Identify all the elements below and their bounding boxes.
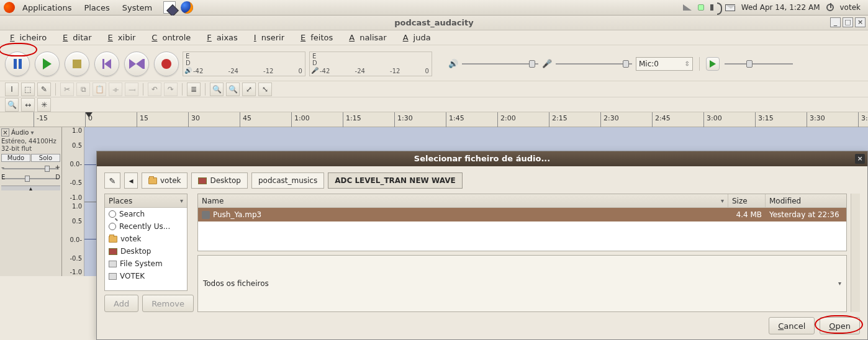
breadcrumb-podcast-musics[interactable]: podcast_musics: [251, 172, 324, 189]
input-volume-slider[interactable]: 🎤: [542, 59, 632, 68]
clock-icon: [109, 223, 116, 230]
file-list-scrollbar[interactable]: [851, 194, 860, 312]
redo-button[interactable]: ↷: [164, 83, 178, 96]
track-menu-chevron-icon[interactable]: ▾: [30, 129, 34, 136]
silence-button[interactable]: ⟞: [125, 83, 138, 96]
mute-button[interactable]: Mudo: [1, 154, 30, 162]
breadcrumb-current[interactable]: ADC LEVEL_TRAN NEW WAVE: [328, 172, 462, 189]
chevron-down-icon[interactable]: ▾: [180, 197, 183, 204]
track-close-button[interactable]: ×: [1, 128, 9, 136]
ubuntu-logo-icon[interactable]: [4, 2, 15, 13]
play-button[interactable]: [35, 51, 60, 76]
track-control-panel[interactable]: × Áudio ▾ Estéreo, 44100Hz 32-bit flut M…: [0, 127, 62, 276]
timeline-ruler[interactable]: -15 0 15 30 45 1:00 1:15 1:30 1:45 2:00 …: [0, 112, 868, 127]
power-icon[interactable]: [826, 4, 834, 11]
copy-button[interactable]: ⧉: [76, 83, 90, 96]
close-button[interactable]: ×: [855, 17, 866, 27]
draw-tool[interactable]: ✎: [37, 83, 51, 96]
gnome-menu-system[interactable]: System: [117, 2, 157, 14]
edit-path-button[interactable]: ✎: [104, 172, 120, 189]
file-open-dialog: Selecionar ficheiro de áudio... × ✎ ◂ vo…: [96, 151, 868, 340]
playback-speed-slider[interactable]: [725, 63, 793, 65]
file-list[interactable]: Push_Ya.mp3 4.4 MB Yesterday at 22:36: [198, 208, 846, 251]
solo-button[interactable]: Solo: [31, 154, 60, 162]
column-name-header[interactable]: Name▾: [198, 194, 728, 207]
menu-exibir[interactable]: Exibir: [103, 31, 146, 44]
tools-toolbar-2: 🔍 ↔ ✳: [0, 97, 868, 112]
track-gain-slider[interactable]: – +: [2, 166, 59, 172]
skip-end-button[interactable]: [124, 51, 149, 76]
place-search[interactable]: Search: [105, 208, 187, 220]
track-name[interactable]: Áudio: [11, 129, 29, 136]
add-bookmark-button[interactable]: Add: [104, 295, 138, 312]
file-row[interactable]: Push_Ya.mp3 4.4 MB Yesterday at 22:36: [198, 208, 846, 221]
output-volume-slider[interactable]: 🔊: [448, 59, 538, 68]
menu-efeitos[interactable]: Efeitos: [296, 31, 343, 44]
place-filesystem[interactable]: File System: [105, 257, 187, 270]
menu-analisar[interactable]: Analisar: [344, 31, 396, 44]
envelope-tool[interactable]: ⬚: [21, 83, 35, 96]
user-menu[interactable]: votek: [840, 3, 861, 12]
menu-inserir[interactable]: Inserir: [249, 31, 294, 44]
path-back-button[interactable]: ◂: [124, 172, 138, 189]
zoom-in-button[interactable]: 🔍: [210, 83, 224, 96]
undo-button[interactable]: ↶: [148, 83, 161, 96]
place-home[interactable]: votek: [105, 233, 187, 245]
clock-text[interactable]: Wed Apr 14, 1:22 AM: [741, 3, 820, 12]
gnome-menu-places[interactable]: Places: [79, 2, 114, 14]
zoom-out-button[interactable]: 🔍: [226, 83, 240, 96]
place-recent[interactable]: Recently Us...: [105, 220, 187, 233]
track-format: Estéreo, 44100Hz: [1, 138, 60, 145]
speaker-small-icon: 🔊: [448, 59, 458, 68]
breadcrumb-votek[interactable]: votek: [142, 172, 188, 189]
menu-faixas[interactable]: Faixas: [202, 31, 248, 44]
firefox-launcher-icon[interactable]: [181, 1, 193, 14]
paste-button[interactable]: 📋: [93, 83, 106, 96]
menu-ajuda[interactable]: Ajuda: [398, 31, 441, 44]
tray-indicator-icon[interactable]: [698, 4, 704, 11]
multi-tool[interactable]: ✳: [37, 98, 51, 112]
selection-tool[interactable]: I: [5, 83, 19, 96]
cut-button[interactable]: ✂: [60, 83, 74, 96]
file-type-filter[interactable]: Todos os ficheiros ▾: [197, 255, 847, 313]
record-meter[interactable]: E D 🎤 -42-24-120: [309, 51, 432, 76]
sync-lock-button[interactable]: ≣: [187, 83, 201, 96]
gedit-launcher-icon[interactable]: [163, 1, 176, 14]
places-header-label: Places: [109, 197, 132, 205]
gnome-menu-applications[interactable]: Applications: [17, 2, 76, 14]
skip-start-button[interactable]: [94, 51, 119, 76]
dialog-close-button[interactable]: ×: [855, 154, 865, 164]
stop-button[interactable]: [65, 51, 89, 76]
remove-bookmark-button[interactable]: Remove: [142, 295, 194, 312]
disk-icon: [109, 273, 117, 280]
menu-ficheiro[interactable]: Ficheiro: [5, 31, 57, 44]
minimize-button[interactable]: _: [830, 17, 841, 27]
cancel-button[interactable]: Cancel: [769, 317, 815, 334]
fit-project-button[interactable]: ⤡: [258, 83, 272, 96]
timeshift-tool[interactable]: ↔: [21, 98, 35, 112]
fit-selection-button[interactable]: ⤢: [242, 83, 256, 96]
trim-button[interactable]: ⟛: [109, 83, 122, 96]
network-icon[interactable]: [683, 4, 692, 11]
maximize-button[interactable]: □: [843, 17, 853, 27]
play-at-speed-button[interactable]: [706, 57, 720, 71]
playback-meter[interactable]: E D 🔊 -42-24-120: [183, 51, 305, 76]
menu-editar[interactable]: Editar: [58, 31, 102, 44]
record-button[interactable]: [154, 51, 179, 76]
pause-button[interactable]: [5, 51, 30, 76]
place-votek-drive[interactable]: VOTEK: [105, 270, 187, 282]
track-pan-slider[interactable]: E D: [2, 176, 59, 182]
menu-controle[interactable]: Controle: [147, 31, 201, 44]
breadcrumb-desktop[interactable]: Desktop: [191, 172, 248, 189]
open-button[interactable]: Open: [820, 317, 860, 334]
mail-icon[interactable]: [725, 4, 735, 11]
track-collapse-handle[interactable]: ▴: [1, 186, 60, 190]
place-desktop[interactable]: Desktop: [105, 245, 187, 257]
input-device-select[interactable]: Mic:0 ⇳: [636, 57, 693, 71]
volume-icon[interactable]: [710, 4, 719, 11]
search-icon: [109, 210, 116, 218]
column-size-header[interactable]: Size: [728, 194, 766, 207]
column-modified-header[interactable]: Modified: [766, 194, 846, 207]
zoom-tool[interactable]: 🔍: [5, 98, 19, 112]
chevron-down-icon: ▾: [838, 280, 841, 287]
